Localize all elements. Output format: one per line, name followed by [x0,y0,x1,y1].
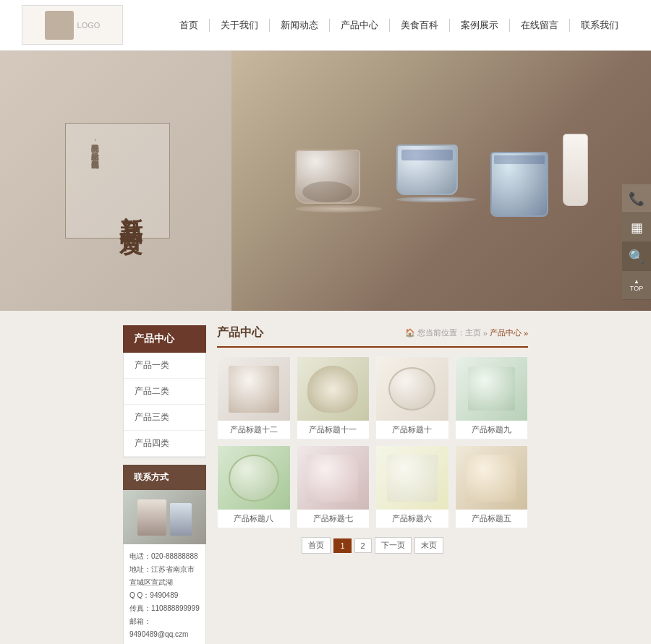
page-1[interactable]: 1 [333,538,351,553]
content-section: 产品中心 产品一类 产品二类 产品三类 产品四类 联系方式 电话：020-888… [0,311,651,644]
nav-contact[interactable]: 联系我们 [570,19,629,32]
product-item-7[interactable]: 产品标题七 [297,445,370,528]
page-wrapper: LOGO 首页 关于我们 新闻动态 产品中心 美食百科 案例展示 在线留言 联系… [0,0,651,644]
sidebar-cat1[interactable]: 产品一类 [124,353,205,379]
contact-fax: 传真：110888899999 [129,602,200,615]
banner: https://www.huzhan.com/ishop34101 精品陶瓷餐具… [0,51,651,311]
top-float-btn[interactable]: ▲ TOP [622,271,651,300]
sidebar-contact-title: 联系方式 [123,465,206,490]
product-label-9: 产品标题九 [456,421,528,439]
nav-home[interactable]: 首页 [169,19,210,32]
product-item-5[interactable]: 产品标题五 [455,445,529,528]
product-item-9[interactable]: 产品标题九 [455,356,529,439]
sidebar-cat3[interactable]: 产品三类 [124,405,205,431]
contact-email: 邮箱：9490489@qq.czm [129,615,200,641]
breadcrumb-current[interactable]: 产品中心 [490,327,522,338]
breadcrumb: 🏠 您当前位置：主页 » 产品中心 » [405,327,528,338]
qr-float-btn[interactable]: ▦ [622,213,651,242]
product-item-11[interactable]: 产品标题十一 [297,356,370,439]
product-label-11: 产品标题十一 [297,421,370,439]
product-item-12[interactable]: 产品标题十二 [217,356,291,439]
contact-phone: 电话：020-88888888 [129,550,200,563]
breadcrumb-pos: 您当前位置：主页 [417,327,481,338]
product-label-5: 产品标题五 [456,510,528,528]
contact-qq: Q Q：9490489 [129,589,200,602]
sidebar-menu: 产品一类 产品二类 产品三类 产品四类 [123,353,206,458]
page-next[interactable]: 下一页 [375,537,412,554]
sidebar-cat4[interactable]: 产品四类 [124,431,205,457]
page-last[interactable]: 末页 [414,537,443,554]
product-label-6: 产品标题六 [376,510,448,528]
logo[interactable]: LOGO [22,5,123,45]
page-2[interactable]: 2 [354,538,372,553]
nav-cases[interactable]: 案例展示 [450,19,510,32]
nav-products[interactable]: 产品中心 [330,19,390,32]
left-sidebar: 产品中心 产品一类 产品二类 产品三类 产品四类 联系方式 电话：020-888… [123,325,206,644]
nav-food[interactable]: 美食百科 [390,19,450,32]
sidebar-cat2[interactable]: 产品二类 [124,379,205,405]
products-section-title: 产品中心 [217,325,263,340]
page-first[interactable]: 首页 [302,537,331,554]
banner-right [231,51,651,311]
product-label-12: 产品标题十二 [218,421,290,439]
product-label-8: 产品标题八 [218,510,290,528]
nav-about[interactable]: 关于我们 [210,19,270,32]
main-nav: 首页 关于我们 新闻动态 产品中心 美食百科 案例展示 在线留言 联系我们 [169,19,629,32]
product-item-8[interactable]: 产品标题八 [217,445,291,528]
sidebar-contact-info: 电话：020-88888888 地址：江苏省南京市宣城区宣武湖 Q Q：9490… [123,544,206,644]
right-content: 产品中心 🏠 您当前位置：主页 » 产品中心 » 产品标题十二 [217,325,528,644]
product-item-10[interactable]: 产品标题十 [375,356,449,439]
product-label-7: 产品标题七 [297,510,370,528]
search-float-btn[interactable]: 🔍 [622,242,651,271]
nav-news[interactable]: 新闻动态 [270,19,330,32]
banner-title: 新品首发 [116,198,148,221]
product-item-6[interactable]: 产品标题六 [375,445,449,528]
float-buttons: 📞 ▦ 🔍 ▲ TOP [622,184,651,300]
home-icon[interactable]: 🏠 [405,328,415,338]
banner-left: 精品陶瓷餐具，品质生活从这里开始，让每一次用餐都成为享受 新品首发 [0,51,235,311]
phone-float-btn[interactable]: 📞 [622,184,651,213]
contact-address: 地址：江苏省南京市宣城区宣武湖 [129,563,200,589]
nav-message[interactable]: 在线留言 [510,19,570,32]
product-label-10: 产品标题十 [376,421,448,439]
pagination: 首页 1 2 下一页 末页 [217,537,528,554]
sidebar-product-title: 产品中心 [123,325,206,353]
sidebar-contact-img [123,490,206,544]
header: LOGO 首页 关于我们 新闻动态 产品中心 美食百科 案例展示 在线留言 联系… [0,0,651,51]
